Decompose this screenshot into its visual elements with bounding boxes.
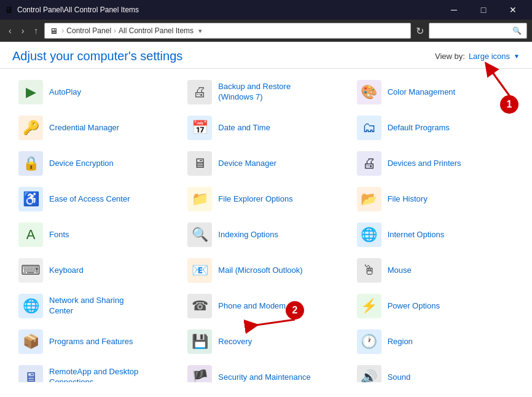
item-label: Recovery — [218, 337, 252, 347]
item-label: Internet Options — [388, 230, 445, 240]
item-label: Keyboard — [49, 265, 84, 276]
item-icon: 🎨 — [357, 80, 381, 104]
list-item[interactable]: 🖥 Device Manager — [181, 146, 350, 181]
view-by-value[interactable]: Large icons — [469, 52, 510, 61]
list-item[interactable]: 💾 Recovery — [181, 324, 350, 359]
list-item[interactable]: ♿ Ease of Access Center — [12, 182, 181, 216]
item-label: Device Encryption — [49, 159, 114, 169]
item-label: Ease of Access Center — [49, 194, 130, 205]
view-by-label: View by: — [435, 52, 465, 61]
item-icon: ♿ — [18, 187, 43, 211]
item-icon: 🏴 — [187, 365, 212, 382]
item-label: AutoPlay — [49, 87, 81, 98]
page-header: Adjust your computer's settings View by:… — [0, 42, 532, 69]
item-icon: ▶ — [18, 80, 43, 104]
item-icon: 🖥 — [187, 151, 212, 176]
list-item[interactable]: 🖱 Mouse — [351, 253, 520, 288]
app-icon: 🖥 — [5, 5, 14, 15]
item-icon: 🖥 — [18, 365, 43, 382]
list-item[interactable]: 🖥 RemoteApp and Desktop Connections — [12, 360, 181, 382]
list-item[interactable]: 🔊 Sound — [351, 360, 520, 382]
item-label: Power Options — [388, 301, 440, 312]
search-icon: 🔍 — [512, 26, 522, 35]
item-label: Devices and Printers — [388, 159, 461, 169]
item-icon: 🔍 — [187, 222, 212, 247]
address-input[interactable]: 🖥 › Control Panel › All Control Panel It… — [44, 23, 411, 39]
title-bar-text: Control Panel\All Control Panel Items — [17, 6, 139, 14]
list-item[interactable]: 📁 File Explorer Options — [181, 182, 350, 216]
item-icon: 🗂 — [357, 116, 381, 140]
forward-button[interactable]: › — [18, 23, 28, 38]
list-item[interactable]: 📦 Programs and Features — [12, 324, 181, 359]
list-item[interactable]: 📂 File History — [351, 182, 520, 216]
list-item[interactable]: 🎨 Color Management — [351, 75, 520, 109]
items-grid: ▶ AutoPlay 🖨 Backup and Restore (Windows… — [12, 75, 520, 382]
list-item[interactable]: 📧 Mail (Microsoft Outlook) — [181, 253, 350, 288]
list-item[interactable]: 🖨 Backup and Restore (Windows 7) — [181, 75, 350, 109]
items-container: ▶ AutoPlay 🖨 Backup and Restore (Windows… — [0, 69, 532, 382]
item-icon: 📅 — [187, 116, 212, 140]
item-label: Phone and Modem — [218, 301, 286, 312]
refresh-button[interactable]: ↻ — [413, 23, 426, 39]
list-item[interactable]: ▶ AutoPlay — [12, 75, 181, 109]
list-item[interactable]: ☎ Phone and Modem — [181, 289, 350, 323]
item-icon: 🔊 — [357, 365, 381, 382]
item-icon: 🌐 — [18, 294, 43, 318]
item-label: Credential Manager — [49, 123, 119, 133]
item-label: Programs and Features — [49, 337, 133, 347]
item-label: Backup and Restore (Windows 7) — [218, 82, 291, 103]
search-box[interactable]: 🔍 — [429, 23, 527, 39]
item-icon: 🌐 — [357, 222, 381, 247]
list-item[interactable]: ⚡ Power Options — [351, 289, 520, 323]
item-icon: 📂 — [357, 187, 381, 211]
list-item[interactable]: 📅 Date and Time — [181, 111, 350, 145]
item-label: File History — [388, 194, 428, 205]
list-item[interactable]: 🗂 Default Programs — [351, 111, 520, 145]
item-icon: 🖨 — [357, 151, 381, 176]
item-label: Date and Time — [218, 123, 270, 133]
item-icon: 🕐 — [357, 329, 381, 354]
list-item[interactable]: 🌐 Internet Options — [351, 218, 520, 252]
item-icon: 📁 — [187, 187, 212, 211]
close-button[interactable]: ✕ — [499, 0, 527, 20]
list-item[interactable]: 🔑 Credential Manager — [12, 111, 181, 145]
item-icon: 🖱 — [357, 258, 381, 283]
address-chevron-icon: ▾ — [198, 27, 202, 35]
list-item[interactable]: A Fonts — [12, 218, 181, 252]
item-icon: 🔑 — [18, 116, 43, 140]
back-button[interactable]: ‹ — [5, 23, 15, 38]
item-label: RemoteApp and Desktop Connections — [49, 367, 138, 382]
item-label: Indexing Options — [218, 230, 278, 240]
maximize-button[interactable]: □ — [469, 0, 498, 20]
item-label: Network and Sharing Center — [49, 296, 123, 316]
item-icon: 💾 — [187, 329, 212, 354]
list-item[interactable]: 🖨 Devices and Printers — [351, 146, 520, 181]
item-icon: ☎ — [187, 294, 212, 318]
address-bar: ‹ › ↑ 🖥 › Control Panel › All Control Pa… — [0, 20, 532, 42]
item-label: Color Management — [388, 87, 456, 98]
item-label: Device Manager — [218, 159, 276, 169]
item-label: Mail (Microsoft Outlook) — [218, 265, 302, 276]
title-bar: 🖥 Control Panel\All Control Panel Items … — [0, 0, 532, 20]
list-item[interactable]: ⌨ Keyboard — [12, 253, 181, 288]
item-icon: 🖨 — [187, 80, 212, 104]
up-button[interactable]: ↑ — [30, 23, 42, 38]
minimize-button[interactable]: ─ — [440, 0, 468, 20]
item-icon: 📧 — [187, 258, 212, 283]
view-by-control[interactable]: View by: Large icons ▼ — [435, 52, 520, 61]
item-label: Sound — [388, 372, 411, 382]
item-label: Default Programs — [388, 123, 450, 133]
list-item[interactable]: 🔍 Indexing Options — [181, 218, 350, 252]
list-item[interactable]: 🔒 Device Encryption — [12, 146, 181, 181]
list-item[interactable]: 🌐 Network and Sharing Center — [12, 289, 181, 323]
item-icon: ⚡ — [357, 294, 381, 318]
item-icon: A — [18, 222, 43, 247]
page-title: Adjust your computer's settings — [12, 49, 182, 63]
item-icon: 📦 — [18, 329, 43, 354]
list-item[interactable]: 🏴 Security and Maintenance — [181, 360, 350, 382]
item-label: Mouse — [388, 265, 412, 276]
view-by-arrow-icon: ▼ — [514, 53, 520, 60]
list-item[interactable]: 🕐 Region — [351, 324, 520, 359]
window-controls: ─ □ ✕ — [440, 0, 527, 20]
item-icon: 🔒 — [18, 151, 43, 176]
